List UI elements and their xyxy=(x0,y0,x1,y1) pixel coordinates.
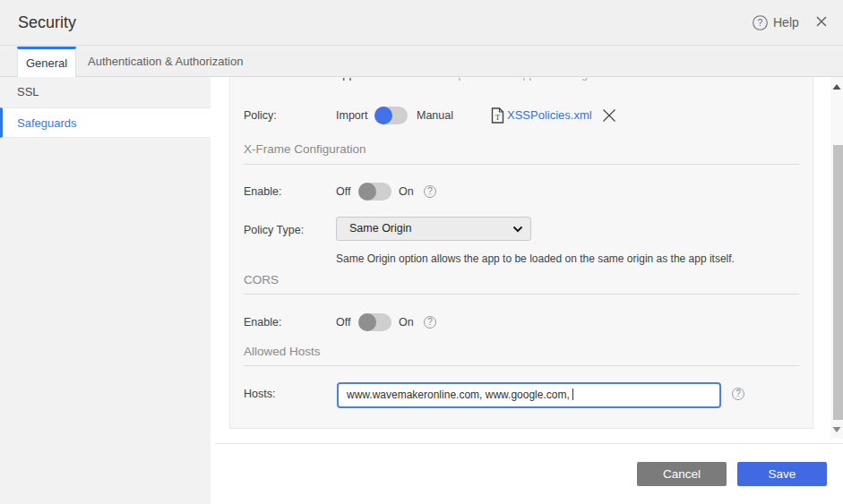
svg-text:?: ? xyxy=(758,17,763,28)
svg-text:T: T xyxy=(495,113,501,122)
